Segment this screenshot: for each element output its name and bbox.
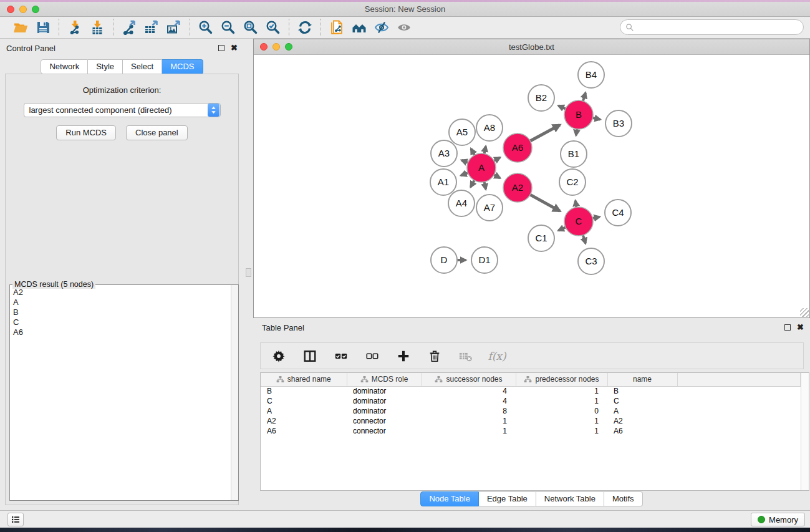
table-cell[interactable]: 0	[516, 406, 607, 416]
close-table-panel-icon[interactable]: ✖	[797, 324, 804, 331]
table-cell[interactable]: 1	[516, 426, 607, 436]
graph-node-C3[interactable]: C3	[578, 248, 604, 274]
tab-select[interactable]: Select	[123, 59, 162, 74]
table-cell[interactable]: A6	[261, 426, 347, 436]
graph-node-D[interactable]: D	[431, 247, 457, 273]
table-cell[interactable]: A2	[607, 416, 677, 426]
table-cell[interactable]: connector	[347, 426, 422, 436]
export-table-button[interactable]	[142, 18, 162, 37]
show-details-button[interactable]	[394, 18, 414, 37]
graph-node-D1[interactable]: D1	[471, 247, 498, 273]
columns-button[interactable]	[302, 348, 318, 364]
tab-mcds[interactable]: MCDS	[162, 59, 203, 74]
table-row[interactable]: Bdominator41B	[261, 386, 801, 396]
table-cell[interactable]: A	[607, 406, 677, 416]
table-cell[interactable]: dominator	[347, 386, 422, 396]
export-network-button[interactable]	[119, 18, 139, 37]
tab-motifs[interactable]: Motifs	[604, 491, 643, 506]
vertical-splitter-grip[interactable]	[246, 268, 251, 277]
resize-corner-handle[interactable]	[800, 308, 809, 317]
mcds-result-item[interactable]: C	[11, 317, 230, 327]
close-panel-icon[interactable]: ✖	[231, 45, 238, 51]
graph-node-A8[interactable]: A8	[476, 115, 503, 141]
mcds-result-item[interactable]: A6	[11, 327, 230, 337]
function-builder-button[interactable]: f(x)	[489, 348, 505, 364]
tab-style[interactable]: Style	[88, 59, 123, 74]
graph-node-A[interactable]: A	[467, 153, 496, 182]
refresh-button[interactable]	[295, 18, 315, 37]
table-cell[interactable]: 1	[516, 416, 607, 426]
table-cell[interactable]: A6	[607, 426, 677, 436]
table-cell[interactable]: 1	[516, 396, 607, 406]
select-all-button[interactable]	[333, 348, 349, 364]
houses-button[interactable]	[349, 18, 369, 37]
table-scrollbar[interactable]	[801, 373, 809, 490]
graph-node-A5[interactable]: A5	[449, 119, 475, 145]
table-row[interactable]: A2connector11A2	[261, 416, 801, 426]
zoom-selected-button[interactable]	[263, 18, 283, 37]
close-panel-button[interactable]: Close panel	[126, 125, 188, 140]
graph-edge-A2-C[interactable]	[529, 194, 559, 211]
table-row[interactable]: Cdominator41C	[261, 396, 801, 406]
graph-node-B4[interactable]: B4	[578, 62, 604, 88]
float-panel-icon[interactable]	[218, 45, 224, 51]
tab-network-table[interactable]: Network Table	[536, 491, 604, 506]
float-table-panel-icon[interactable]	[784, 324, 791, 331]
graph-node-A4[interactable]: A4	[448, 190, 475, 216]
table-cell[interactable]: B	[261, 386, 347, 396]
table-cell[interactable]: 8	[422, 406, 516, 416]
table-row[interactable]: Adominator80A	[261, 406, 801, 416]
column-header-shared-name[interactable]: shared name	[261, 373, 347, 386]
graph-node-C4[interactable]: C4	[605, 200, 631, 226]
tab-edge-table[interactable]: Edge Table	[479, 491, 536, 506]
table-cell[interactable]: 1	[516, 386, 607, 396]
table-cell[interactable]: dominator	[347, 396, 422, 406]
mcds-result-item[interactable]: A	[11, 297, 230, 307]
run-mcds-button[interactable]: Run MCDS	[56, 125, 116, 140]
task-history-button[interactable]	[7, 513, 24, 526]
deselect-all-button[interactable]	[364, 348, 380, 364]
graph-node-A2[interactable]: A2	[503, 173, 532, 202]
tab-node-table[interactable]: Node Table	[420, 491, 479, 506]
graph-edge-A6-B[interactable]	[529, 125, 560, 142]
table-cell[interactable]: 4	[422, 386, 516, 396]
table-cell[interactable]: 4	[422, 396, 516, 406]
table-cell[interactable]: connector	[347, 416, 422, 426]
network-file-button[interactable]	[327, 18, 347, 37]
table-cell[interactable]: C	[607, 396, 677, 406]
table-cell[interactable]: 1	[422, 426, 516, 436]
graph-node-B3[interactable]: B3	[605, 110, 632, 137]
table-row[interactable]: A6connector11A6	[261, 426, 801, 436]
mcds-result-item[interactable]: A2	[11, 288, 230, 297]
table-cell[interactable]: 1	[422, 416, 516, 426]
zoom-in-button[interactable]	[196, 18, 216, 37]
optimization-criterion-select[interactable]: largest connected component (directed)	[24, 103, 221, 117]
mcds-list-scrollbar[interactable]	[231, 285, 238, 500]
save-session-button[interactable]	[33, 18, 53, 37]
zoom-out-button[interactable]	[218, 18, 238, 37]
column-header-predecessor-nodes[interactable]: predecessor nodes	[516, 373, 607, 386]
delete-table-button[interactable]	[458, 348, 474, 364]
open-session-button[interactable]	[11, 18, 31, 37]
column-header-successor-nodes[interactable]: successor nodes	[422, 373, 516, 386]
graph-node-A3[interactable]: A3	[431, 140, 457, 167]
import-network-button[interactable]	[65, 18, 85, 37]
zoom-fit-button[interactable]	[241, 18, 261, 37]
graph-node-A7[interactable]: A7	[476, 195, 503, 221]
table-cell[interactable]: B	[607, 386, 677, 396]
delete-column-button[interactable]	[427, 348, 443, 364]
table-cell[interactable]: A	[261, 406, 347, 416]
table-cell[interactable]: C	[261, 396, 347, 406]
graph-node-B2[interactable]: B2	[528, 85, 554, 111]
graph-node-A1[interactable]: A1	[430, 169, 456, 195]
hide-details-button[interactable]	[372, 18, 392, 37]
column-header-MCDS-role[interactable]: MCDS role	[347, 373, 422, 386]
graph-node-C2[interactable]: C2	[559, 169, 586, 195]
memory-button[interactable]: Memory	[751, 513, 805, 526]
network-canvas[interactable]: B4B2BB3A8A5A6A3B1AA1C2A2A4A7C4CC1C3DD1	[254, 55, 809, 317]
graph-node-B[interactable]: B	[564, 100, 593, 129]
table-cell[interactable]: dominator	[347, 406, 422, 416]
graph-node-C1[interactable]: C1	[528, 225, 554, 251]
column-header-name[interactable]: name	[607, 373, 677, 386]
tab-network[interactable]: Network	[41, 59, 88, 74]
